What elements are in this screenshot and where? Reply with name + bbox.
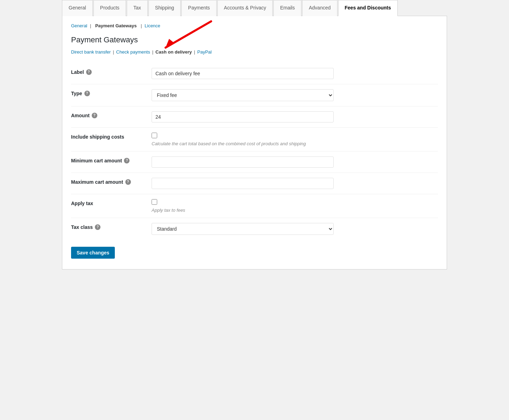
apply-tax-text: Apply tax (71, 201, 93, 206)
max-cart-input[interactable] (152, 178, 334, 189)
label-heading: Label ? (71, 63, 148, 84)
type-text: Type (71, 91, 82, 96)
tax-class-help-icon[interactable]: ? (95, 224, 100, 230)
label-row: Label ? (71, 63, 438, 84)
gateway-container: Direct bank transfer | Check payments | … (71, 49, 438, 55)
tax-class-text: Tax class (71, 224, 93, 230)
max-cart-row: Maximum cart amount ? (71, 173, 438, 194)
tax-class-cell: Standard Reduced Zero (148, 218, 438, 240)
apply-tax-field: Apply tax to fees (152, 199, 438, 213)
tab-advanced[interactable]: Advanced (302, 0, 337, 16)
save-changes-button[interactable]: Save changes (71, 247, 115, 259)
page-title: Payment Gateways (71, 35, 438, 44)
label-input[interactable] (152, 68, 334, 79)
sub-navigation: General | Payment Gateways | Licence (71, 23, 438, 28)
subnav-licence[interactable]: Licence (145, 23, 160, 28)
max-cart-heading: Maximum cart amount ? (71, 173, 148, 194)
main-content: General | Payment Gateways | Licence Pay… (62, 16, 447, 270)
apply-tax-row: Apply tax Apply tax to fees (71, 194, 438, 218)
gateway-direct-bank[interactable]: Direct bank transfer (71, 49, 111, 55)
amount-text: Amount (71, 113, 90, 118)
tab-navigation: General Products Tax Shipping Payments A… (62, 0, 447, 16)
tax-class-heading: Tax class ? (71, 218, 148, 240)
type-cell: Fixed fee Percentage fee (148, 84, 438, 106)
settings-form: Label ? Type ? (71, 63, 438, 240)
include-shipping-field: Calculate the cart total based on the co… (152, 133, 438, 146)
subnav-separator-1: | (90, 23, 92, 28)
gateway-sep-1: | (113, 49, 114, 55)
include-shipping-checkbox[interactable] (152, 133, 157, 138)
include-shipping-text: Include shipping costs (71, 134, 124, 140)
gateway-check-payments[interactable]: Check payments (116, 49, 150, 55)
label-help-icon[interactable]: ? (86, 69, 92, 75)
tab-fees-discounts[interactable]: Fees and Discounts (338, 0, 398, 16)
tab-payments[interactable]: Payments (181, 0, 216, 16)
tab-products[interactable]: Products (93, 0, 126, 16)
subnav-payment-gateways: Payment Gateways (95, 23, 137, 28)
type-heading: Type ? (71, 84, 148, 106)
min-cart-row: Minimum cart amount ? (71, 151, 438, 173)
tab-general[interactable]: General (62, 0, 93, 16)
amount-row: Amount ? (71, 106, 438, 127)
apply-tax-heading: Apply tax (71, 194, 148, 218)
amount-input[interactable] (152, 111, 334, 122)
amount-heading: Amount ? (71, 106, 148, 127)
amount-cell (148, 106, 438, 127)
include-shipping-cell: Calculate the cart total based on the co… (148, 127, 438, 151)
tab-emails[interactable]: Emails (273, 0, 301, 16)
tab-tax[interactable]: Tax (127, 0, 148, 16)
include-shipping-row-inner (152, 133, 438, 138)
gateway-cash-on-delivery: Cash on delivery (155, 49, 192, 55)
type-select[interactable]: Fixed fee Percentage fee (152, 89, 334, 101)
min-cart-help-icon[interactable]: ? (124, 158, 130, 163)
gateway-sep-2: | (152, 49, 153, 55)
include-shipping-description: Calculate the cart total based on the co… (152, 141, 438, 146)
apply-tax-description: Apply tax to fees (152, 208, 438, 213)
type-row: Type ? Fixed fee Percentage fee (71, 84, 438, 106)
apply-tax-row-inner (152, 199, 438, 205)
tax-class-select[interactable]: Standard Reduced Zero (152, 223, 334, 235)
label-cell (148, 63, 438, 84)
include-shipping-row: Include shipping costs Calculate the car… (71, 127, 438, 151)
gateway-sep-3: | (194, 49, 195, 55)
tab-accounts-privacy[interactable]: Accounts & Privacy (217, 0, 273, 16)
subnav-general[interactable]: General (71, 23, 87, 28)
max-cart-help-icon[interactable]: ? (125, 179, 131, 185)
amount-help-icon[interactable]: ? (92, 113, 97, 118)
min-cart-input[interactable] (152, 156, 334, 168)
label-text: Label (71, 69, 84, 75)
min-cart-text: Minimum cart amount (71, 158, 122, 163)
subnav-separator-2: | (141, 23, 143, 28)
min-cart-heading: Minimum cart amount ? (71, 151, 148, 173)
apply-tax-cell: Apply tax to fees (148, 194, 438, 218)
tax-class-row: Tax class ? Standard Reduced Zero (71, 218, 438, 240)
tab-shipping[interactable]: Shipping (148, 0, 181, 16)
max-cart-text: Maximum cart amount (71, 179, 123, 185)
page-wrapper: General Products Tax Shipping Payments A… (62, 0, 447, 270)
max-cart-cell (148, 173, 438, 194)
gateway-links: Direct bank transfer | Check payments | … (71, 49, 438, 55)
apply-tax-checkbox[interactable] (152, 199, 157, 205)
min-cart-cell (148, 151, 438, 173)
type-help-icon[interactable]: ? (84, 91, 90, 96)
gateway-paypal[interactable]: PayPal (197, 49, 211, 55)
include-shipping-heading: Include shipping costs (71, 127, 148, 151)
